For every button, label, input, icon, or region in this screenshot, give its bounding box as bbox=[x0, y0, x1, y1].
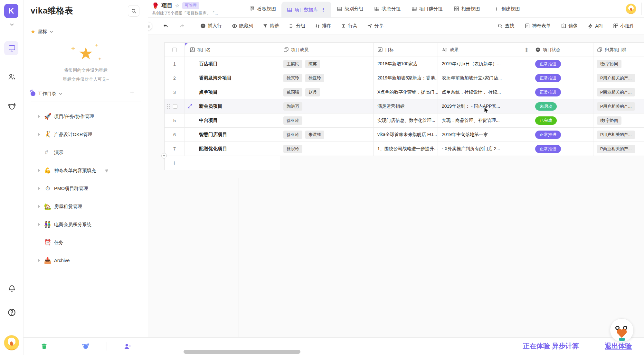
cell-name[interactable]: 配送优化项目 bbox=[185, 142, 269, 156]
expand-arrow-icon[interactable] bbox=[38, 115, 40, 118]
cell-members[interactable]: 徐宗玲徐亚玲 bbox=[280, 71, 374, 85]
column-header-goal[interactable]: 目标 bbox=[374, 43, 438, 57]
row-number-cell[interactable]: 7 bbox=[164, 142, 185, 156]
favorite-star-icon[interactable]: ☆ bbox=[175, 3, 179, 9]
cell-name[interactable]: 中台项目 bbox=[185, 114, 269, 128]
sidebar-tree-item[interactable]: 📥Archive bbox=[24, 251, 148, 269]
sidebar-tree-item[interactable]: 💪神奇表单内容预填充 bbox=[24, 161, 148, 179]
sidebar-tree-item[interactable]: 👫电商会员积分系统 bbox=[24, 215, 148, 233]
expand-arrow-icon[interactable] bbox=[38, 223, 40, 226]
cell-result[interactable]: 农历年前新加坡开立x家门店... bbox=[438, 71, 531, 85]
cell-members[interactable]: 徐宗玲 bbox=[280, 142, 374, 156]
column-header-members[interactable]: 项目成员 bbox=[280, 43, 374, 57]
star-section-header[interactable]: ★ 星标 bbox=[31, 28, 53, 35]
directory-section-header[interactable]: 工作目录 bbox=[31, 91, 63, 97]
select-all-checkbox[interactable] bbox=[172, 48, 177, 52]
cell-status[interactable]: 正常推进 bbox=[531, 128, 593, 142]
cell-group[interactable]: I数字协同 bbox=[593, 114, 644, 128]
cell-result[interactable]: 2019年中旬落地第一家 bbox=[438, 128, 531, 142]
column-header-group[interactable]: 归属项目群 bbox=[593, 43, 644, 57]
cell-status[interactable]: 正常推进 bbox=[531, 142, 593, 156]
expand-arrow-icon[interactable] bbox=[38, 187, 40, 190]
table-row-7[interactable]: 7配送优化项目徐宗玲1、围绕公司战略进一步提升...- X外卖推广到所有的门店 … bbox=[164, 142, 644, 156]
toolbar-magnifier-button[interactable]: 查找 bbox=[497, 23, 514, 29]
workspace-chevron-down-icon[interactable] bbox=[0, 22, 24, 27]
search-button[interactable] bbox=[128, 5, 139, 17]
user-avatar[interactable] bbox=[4, 335, 19, 350]
trash-button[interactable] bbox=[24, 343, 65, 350]
cell-name[interactable]: 点单项目 bbox=[185, 85, 269, 99]
row-number-cell[interactable]: 1 bbox=[164, 57, 185, 71]
toolbar-plus-circle-button[interactable]: 插入行 bbox=[200, 23, 222, 29]
view-tab-3[interactable]: 级别分组 bbox=[331, 0, 369, 18]
column-header-name[interactable]: 项目名 bbox=[185, 43, 269, 57]
workbench-monitor-icon[interactable] bbox=[0, 44, 24, 52]
view-tab-5[interactable]: 项目群分组 bbox=[406, 0, 448, 18]
table-row-6[interactable]: 6智慧门店项目徐亚玲朱洪纯vika全球首家未来旗舰店 FU...2019年中旬落… bbox=[164, 128, 644, 142]
cell-members[interactable]: 王麒民陈英 bbox=[280, 57, 374, 71]
cell-members[interactable]: 徐亚玲 bbox=[280, 114, 374, 128]
invite-member-button[interactable] bbox=[107, 343, 148, 350]
cell-name[interactable]: 新会员项目 bbox=[185, 99, 269, 114]
view-menu-dots-icon[interactable]: ⋮ bbox=[321, 7, 326, 12]
help-question-icon[interactable] bbox=[0, 308, 24, 317]
view-tab-1[interactable]: 看板视图 bbox=[244, 0, 281, 18]
template-center-button[interactable] bbox=[65, 342, 106, 350]
view-tab-2[interactable]: 项目数据库⋮ bbox=[281, 2, 331, 18]
cell-group[interactable]: P用户相关的产... bbox=[593, 128, 644, 142]
notifications-bell-icon[interactable] bbox=[0, 284, 24, 293]
column-header-status[interactable]: 项目状态 bbox=[531, 43, 593, 57]
cell-goal[interactable]: X点单的数字化营销，提高门... bbox=[374, 85, 438, 99]
sidebar-tree-item[interactable]: 🏡房屋租赁管理 bbox=[24, 197, 148, 215]
cell-goal[interactable]: vika全球首家未来旗舰店 FU... bbox=[374, 128, 438, 142]
cell-status[interactable]: 正常推进 bbox=[531, 85, 593, 99]
expand-arrow-icon[interactable] bbox=[38, 259, 40, 262]
cell-result[interactable]: 实现：商品管理、补货管理... bbox=[438, 114, 531, 128]
cell-result[interactable]: - X外卖推广到所有的门店 2... bbox=[438, 142, 531, 156]
cell-members[interactable]: 陶洪万 bbox=[280, 99, 374, 114]
redo-button[interactable] bbox=[179, 23, 185, 29]
horizontal-scrollbar[interactable] bbox=[184, 350, 300, 354]
cell-goal[interactable]: 2018年新增100家店 bbox=[374, 57, 438, 71]
toolbar-sort-button[interactable]: 排序 bbox=[315, 23, 331, 29]
cell-status[interactable]: 未启动 bbox=[531, 99, 593, 114]
toolbar-mirror-button[interactable]: 镜像 bbox=[561, 23, 578, 29]
toolbar-share-button[interactable]: 分享 bbox=[367, 23, 384, 29]
cell-status[interactable]: 正常推进 bbox=[531, 71, 593, 85]
cell-result[interactable]: 点单系统，持续设计， 持续... bbox=[438, 85, 531, 99]
create-view-button[interactable]: 创建视图 bbox=[488, 0, 526, 18]
cell-status[interactable]: 正常推进 bbox=[531, 57, 593, 71]
cell-members[interactable]: 徐亚玲朱洪纯 bbox=[280, 128, 374, 142]
cell-goal[interactable]: 实现门店信息、数字化管理... bbox=[374, 114, 438, 128]
table-row-5[interactable]: 5中台项目徐亚玲实现门店信息、数字化管理...实现：商品管理、补货管理...已完… bbox=[164, 114, 644, 128]
contacts-people-icon[interactable] bbox=[0, 73, 24, 81]
add-node-button[interactable] bbox=[129, 90, 135, 97]
column-menu-dots-icon[interactable]: ●●● bbox=[525, 48, 528, 52]
toolbar-group-lines-button[interactable]: 分组 bbox=[289, 23, 305, 29]
expand-record-icon[interactable] bbox=[187, 104, 193, 109]
sidebar-tree-item[interactable]: ⏰任务 bbox=[24, 233, 148, 251]
cell-name[interactable]: 香港及海外项目 bbox=[185, 71, 269, 85]
table-row-4[interactable]: 新会员项目陶洪万满足运营指标2019年达到： - 国内APP实...未启动P用户… bbox=[164, 99, 644, 114]
view-tab-6[interactable]: 相册视图 bbox=[448, 0, 486, 18]
insert-row-hint-icon[interactable]: + bbox=[161, 153, 167, 159]
cell-group[interactable]: I数字协同 bbox=[593, 57, 644, 71]
drag-handle-icon[interactable] bbox=[167, 104, 170, 109]
row-checkbox[interactable] bbox=[173, 104, 177, 109]
cell-group[interactable]: P用户相关的产... bbox=[593, 99, 644, 114]
sidebar-tree-item[interactable]: #演示 bbox=[24, 143, 148, 161]
toolbar-bolt-button[interactable]: API bbox=[588, 23, 602, 29]
table-row-2[interactable]: 2香港及海外项目徐宗玲徐亚玲2019年新加坡5家新店；香港...农历年前新加坡开… bbox=[164, 71, 644, 85]
toolbar-row-height-button[interactable]: 行高 bbox=[341, 23, 357, 29]
cell-goal[interactable]: 1、围绕公司战略进一步提升... bbox=[374, 142, 438, 156]
expand-arrow-icon[interactable] bbox=[38, 133, 40, 136]
row-number-cell[interactable]: 6 bbox=[164, 128, 185, 142]
table-row-3[interactable]: 3点单项目戴国强赵兵X点单的数字化营销，提高门...点单系统，持续设计， 持续.… bbox=[164, 85, 644, 99]
row-number-cell[interactable]: 5 bbox=[164, 114, 185, 128]
expand-arrow-icon[interactable] bbox=[38, 205, 40, 208]
sidebar-tree-item[interactable]: 🚀项目/任务/协作管理 bbox=[24, 107, 148, 125]
toolbar-funnel-button[interactable]: 筛选 bbox=[263, 23, 279, 29]
cell-group[interactable]: P用户相关的产... bbox=[593, 71, 644, 85]
vika-logo[interactable]: K bbox=[4, 4, 18, 18]
toolbar-form-button[interactable]: 神奇表单 bbox=[525, 23, 551, 29]
